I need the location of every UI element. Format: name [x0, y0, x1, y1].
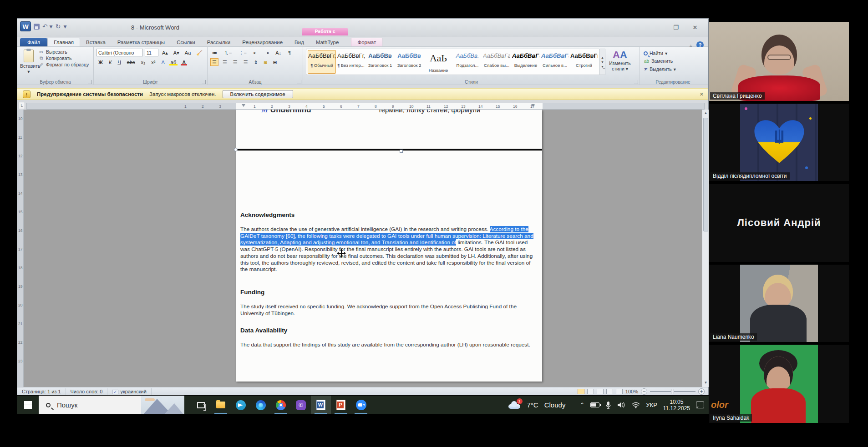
ribbon-tab[interactable]: Формат	[351, 38, 382, 46]
funding-paragraph[interactable]: The study itself received no specific fu…	[240, 303, 536, 316]
ribbon-tab[interactable]: Вид	[289, 38, 310, 46]
scroll-up-icon[interactable]: ▲	[703, 111, 708, 115]
paste-button[interactable]: Вставить▾	[20, 49, 37, 77]
zoom-level[interactable]: 100%	[625, 389, 638, 394]
align-right-button[interactable]: ☰	[231, 58, 239, 66]
style-item[interactable]: АаБбВвГг, ¶ Без интер...	[337, 50, 365, 74]
wifi-icon[interactable]	[632, 402, 640, 408]
redo-icon[interactable]: ↻	[56, 22, 61, 31]
microphone-icon[interactable]	[605, 401, 611, 409]
zoom-in-button[interactable]: +	[698, 388, 705, 395]
subscript-button[interactable]: x₂	[139, 58, 147, 66]
outline-view-button[interactable]	[606, 389, 613, 394]
participant-tile-name-only[interactable]: Лісовий Андрій	[709, 184, 849, 262]
align-center-button[interactable]: ☰	[221, 58, 229, 66]
battery-icon[interactable]	[590, 402, 599, 407]
ribbon-tab[interactable]: MathType	[310, 38, 345, 46]
word-app-icon[interactable]: W	[20, 21, 31, 31]
selection-handle-square[interactable]	[400, 150, 403, 153]
participant-tile-video[interactable]: olor Iryna Sahaidak	[709, 345, 849, 423]
title-bar[interactable]: W ↶ ▾ ↻ ▾ 8 - Microsoft Word Работа с ри…	[17, 19, 708, 37]
zoom-out-button[interactable]: −	[641, 388, 647, 395]
powerpoint-taskbar-button[interactable]: P	[331, 396, 351, 414]
strikethrough-button[interactable]: abc	[125, 58, 137, 66]
zoom-slider-thumb[interactable]	[671, 389, 674, 394]
highlight-color-button[interactable]: аб	[169, 58, 178, 66]
font-color-button[interactable]: А	[180, 58, 188, 66]
action-center-icon[interactable]	[696, 402, 704, 408]
undo-icon[interactable]: ↶ ▾	[42, 22, 53, 31]
shrink-font-button[interactable]: А▾	[172, 49, 181, 56]
taskbar-search-box[interactable]: Пошук	[39, 396, 184, 414]
line-spacing-button[interactable]: ⇕	[252, 58, 260, 66]
numbering-button[interactable]: ⒈≡	[222, 49, 233, 56]
weather-widget[interactable]: 1	[508, 396, 521, 414]
selection-handle-circle[interactable]	[234, 148, 238, 151]
underline-button[interactable]: Ч	[116, 58, 122, 66]
show-marks-button[interactable]: ¶	[286, 49, 293, 56]
show-hidden-icons-chevron[interactable]: ⌃	[579, 402, 584, 408]
italic-button[interactable]: К	[107, 58, 113, 66]
minimize-button[interactable]: –	[650, 24, 664, 32]
style-item[interactable]: АаБбВвГг, Выделение	[512, 50, 540, 74]
document-scrollbar[interactable]: ▲ ▼	[702, 110, 709, 387]
zoom-slider[interactable]	[650, 391, 695, 392]
style-gallery-scroll[interactable]: ▲ ▼ ▼̲	[600, 49, 605, 75]
enable-content-button[interactable]: Включить содержимое	[223, 90, 293, 98]
styles-dialog-launcher[interactable]	[634, 80, 638, 84]
document-page[interactable]: M Undermind терміни, логіку статей, форм…	[236, 110, 542, 382]
copy-button[interactable]: ⧉ Копировать	[37, 55, 90, 61]
start-button[interactable]	[17, 396, 39, 414]
speaker-icon[interactable]	[617, 402, 626, 408]
first-line-indent-marker[interactable]	[242, 104, 245, 107]
scroll-down-icon[interactable]: ▼	[703, 381, 708, 385]
align-left-button[interactable]: ☰	[210, 58, 218, 66]
style-item[interactable]: АаБбВв Заголовок 2	[395, 50, 423, 74]
edge-button[interactable]	[251, 396, 271, 414]
bold-button[interactable]: Ж	[96, 58, 105, 66]
decrease-indent-button[interactable]: ⇤	[252, 49, 259, 56]
scrollbar-thumb[interactable]	[703, 118, 708, 231]
ribbon-tab[interactable]: Ссылки	[171, 38, 201, 46]
horizontal-ruler[interactable]: 321 1234567891011121314151617	[26, 103, 705, 110]
weather-temperature[interactable]: 7°C	[527, 401, 538, 409]
ribbon-tab[interactable]: Рассылки	[201, 38, 237, 46]
page-indicator[interactable]: Страница: 1 из 1	[17, 388, 66, 395]
format-painter-button[interactable]: 🖉 Формат по образцу	[37, 61, 90, 68]
font-dialog-launcher[interactable]	[202, 80, 206, 84]
paragraph-dialog-launcher[interactable]	[297, 80, 301, 84]
style-item[interactable]: АаЬ Название	[424, 50, 452, 74]
tab-selector-box[interactable]: L	[19, 102, 25, 109]
superscript-button[interactable]: x²	[149, 58, 157, 66]
ribbon-tab[interactable]: Разметка страницы	[112, 38, 171, 46]
ribbon-tab[interactable]: Файл	[20, 38, 47, 46]
style-item[interactable]: АаБбВвГг, ¶ Обычный	[308, 50, 336, 74]
draft-view-button[interactable]	[616, 389, 623, 394]
qat-dropdown-icon[interactable]: ▾	[63, 22, 66, 31]
fullscreen-view-button[interactable]	[587, 389, 594, 394]
web-layout-view-button[interactable]	[597, 389, 604, 394]
text-effects-button[interactable]: А	[159, 58, 166, 66]
gallery-more-icon[interactable]: ▼̲	[601, 65, 604, 68]
ribbon-tab[interactable]: Главная	[47, 38, 80, 46]
file-explorer-button[interactable]	[211, 396, 231, 414]
save-icon[interactable]	[34, 24, 40, 30]
participant-tile-image[interactable]: Відділ післядипломної освіти	[709, 104, 849, 181]
font-size-select[interactable]: 11	[145, 49, 158, 56]
security-bar-close-icon[interactable]: ✕	[700, 91, 704, 97]
print-layout-view-button[interactable]	[578, 389, 584, 394]
close-button[interactable]: ✕	[688, 24, 702, 32]
bullets-button[interactable]: ≔	[210, 49, 219, 56]
clipboard-dialog-launcher[interactable]	[88, 80, 92, 84]
select-button[interactable]: ➤ Выделить ▾	[643, 65, 703, 72]
task-view-button[interactable]	[191, 396, 211, 414]
find-button[interactable]: Найти ▾	[643, 50, 703, 56]
shading-button[interactable]: ◙	[262, 58, 269, 66]
word-count[interactable]: Число слов: 0	[66, 388, 108, 395]
zoom-taskbar-button[interactable]	[351, 396, 371, 414]
clear-formatting-button[interactable]: 🧹	[194, 49, 204, 56]
style-item[interactable]: АаБбВвГг Сильное в...	[541, 50, 569, 74]
ribbon-tab[interactable]: Рецензирование	[236, 38, 289, 46]
justify-button[interactable]: ☰	[242, 58, 250, 66]
word-taskbar-button[interactable]: W	[311, 396, 331, 414]
